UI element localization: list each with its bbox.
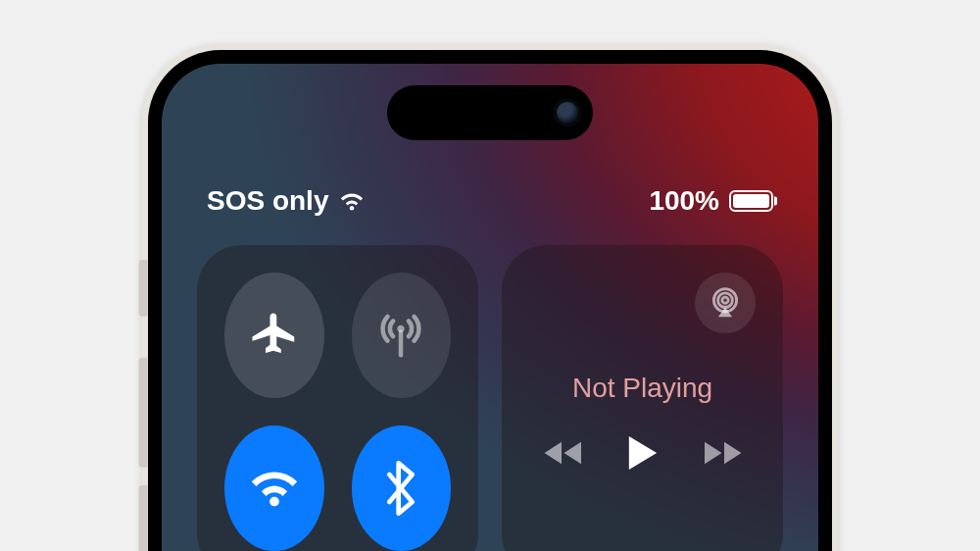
battery-percent: 100% (649, 185, 719, 217)
bluetooth-toggle[interactable] (352, 426, 452, 551)
status-left: SOS only (207, 185, 366, 217)
volume-up-button (139, 358, 147, 466)
media-controls (529, 433, 756, 473)
status-right: 100% (649, 185, 773, 217)
airplay-icon (709, 286, 742, 320)
volume-down-button (139, 485, 147, 551)
screen: SOS only 100% (162, 64, 818, 551)
play-button[interactable] (626, 433, 660, 473)
status-bar: SOS only 100% (162, 185, 818, 217)
battery-icon (729, 190, 773, 212)
airplane-icon (248, 309, 301, 362)
airplane-mode-toggle[interactable] (224, 273, 324, 398)
dynamic-island (387, 85, 593, 140)
front-camera (554, 99, 581, 126)
wifi-icon (248, 462, 301, 515)
rewind-button[interactable] (542, 437, 591, 469)
wifi-toggle[interactable] (224, 426, 324, 551)
phone-bezel: SOS only 100% (148, 50, 832, 551)
forward-button[interactable] (695, 437, 744, 469)
cellular-data-toggle[interactable] (352, 273, 452, 398)
phone-frame: SOS only 100% (142, 44, 838, 551)
control-center: Not Playing (162, 245, 818, 551)
carrier-text: SOS only (207, 185, 328, 217)
svg-point-2 (722, 297, 728, 303)
connectivity-panel[interactable] (197, 245, 478, 551)
bluetooth-icon (380, 461, 421, 516)
svg-point-3 (718, 293, 733, 308)
antenna-icon (374, 309, 427, 362)
side-button (139, 260, 147, 315)
wifi-status-icon (338, 190, 366, 212)
now-playing-label: Not Playing (529, 373, 756, 404)
media-panel[interactable]: Not Playing (502, 245, 783, 551)
airplay-button[interactable] (695, 273, 756, 333)
